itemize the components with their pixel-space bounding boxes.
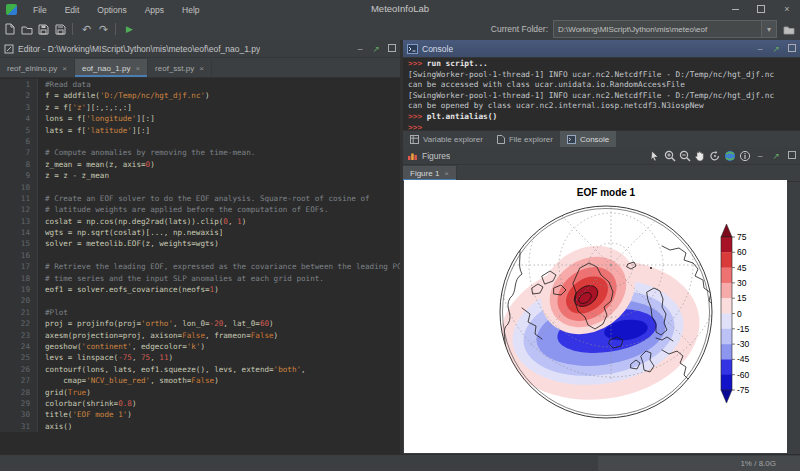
line-number: 28 [0,387,38,398]
code-line[interactable]: 16 [0,250,400,261]
figures-maximize-icon[interactable] [784,151,800,161]
console-line: >>> run script... [408,59,795,70]
line-number: 20 [0,295,38,306]
select-arrow-icon[interactable] [647,148,662,163]
figures-minimize-icon[interactable]: – [752,151,768,161]
line-number: 7 [0,147,38,158]
code-line[interactable]: 27 cmap='NCV_blue_red', smooth=False) [0,375,400,386]
figures-title: Figures [422,151,450,161]
figures-float-icon[interactable]: ↗ [768,151,784,161]
tab-file-explorer[interactable]: File explorer [490,131,560,147]
save-icon[interactable] [36,21,51,37]
console-output[interactable]: >>> run script...[SwingWorker-pool-1-thr… [403,57,800,135]
zoom-out-icon[interactable] [677,148,692,163]
tab-console[interactable]: Console [560,131,616,147]
editor-maximize-icon[interactable] [384,44,400,54]
menu-edit[interactable]: Edit [56,5,89,15]
code-line[interactable]: 11# Create an EOF solver to do the EOF a… [0,193,400,204]
rotate-icon[interactable] [707,148,722,163]
tab-figure-1[interactable]: Figure 1 × [403,166,457,181]
console-maximize-icon[interactable] [784,44,800,54]
console-title-bar: Console – ↗ [403,40,800,58]
figure-canvas[interactable]: EOF mode 1 [404,180,787,453]
variable-explorer-icon [410,135,419,144]
editor-minimize-icon[interactable]: – [352,44,368,54]
menu-apps[interactable]: Apps [136,5,173,15]
figures-title-bar: Figures – ↗ [403,147,800,165]
code-line[interactable]: 15solver = meteolib.EOF(z, weights=wgts) [0,238,400,249]
memory-indicator[interactable]: 1% / 8.0G [598,456,800,471]
svg-text:45: 45 [737,263,747,273]
code-line[interactable]: 25levs = linspace(-75, 75, 11) [0,352,400,363]
code-line[interactable]: 19eof1 = solver.eofs_covariance(neofs=1) [0,284,400,295]
editor-tab-reof_sst.py[interactable]: reof_sst.py× [148,59,212,77]
pan-hand-icon[interactable] [692,148,707,163]
svg-text:-30: -30 [737,339,750,349]
code-line[interactable]: 28grid(True) [0,387,400,398]
code-line[interactable]: 5lats = f['latitude'][:] [0,125,400,136]
save-as-icon[interactable] [53,21,68,37]
line-number: 2 [0,90,38,101]
editor-tab-reof_elnino.py[interactable]: reof_elnino.py× [0,59,75,77]
colorbar: 75604530150-15-30-45-60-75 [721,224,750,403]
code-line[interactable]: 2f = addfile('D:/Temp/nc/hgt_djf.nc') [0,90,400,101]
close-figure-tab-icon[interactable]: × [444,169,449,178]
tab-variable-explorer[interactable]: Variable explorer [403,131,490,147]
editor-tab-eof_nao_1.py[interactable]: eof_nao_1.py× [75,59,148,77]
code-line[interactable]: 29colorbar(shrink=0.8) [0,398,400,409]
console-line: [SwingWorker-pool-1-thread-1] INFO ucar.… [408,91,795,102]
code-line[interactable]: 26contourf(lons, lats, eof1.squeeze(), l… [0,364,400,375]
menu-file[interactable]: File [24,5,56,15]
code-line[interactable]: 30title('EOF mode 1') [0,409,400,420]
run-script-icon[interactable]: ▶ [122,21,137,37]
close-tab-icon[interactable]: × [199,64,204,73]
chevron-down-icon[interactable]: ▾ [761,21,776,37]
open-file-icon[interactable] [19,21,34,37]
code-line[interactable]: 4lons = f['longitude'][:] [0,113,400,124]
full-extent-globe-icon[interactable] [722,148,737,163]
code-line[interactable]: 8z_mean = mean(z, axis=0) [0,159,400,170]
code-line[interactable]: 13coslat = np.cos(np.deg2rad(lats)).clip… [0,216,400,227]
code-line[interactable]: 7# Compute anomalies by removing the tim… [0,147,400,158]
console-float-icon[interactable]: ↗ [768,44,784,54]
line-number: 27 [0,375,38,386]
code-line[interactable]: 24geoshow('continent', edgecolor='k') [0,341,400,352]
code-line[interactable]: 10 [0,182,400,193]
new-file-icon[interactable] [2,21,17,37]
zoom-in-icon[interactable] [662,148,677,163]
menu-help[interactable]: Help [173,5,208,15]
meteoinfolab-window: FileEditOptionsAppsHelp MeteoInfoLab × ↶… [0,0,800,471]
menu-bar: FileEditOptionsAppsHelp [0,0,800,18]
code-line[interactable]: 9z = z - z_mean [0,170,400,181]
window-close-button[interactable]: × [774,0,800,18]
code-line[interactable]: 17# Retrieve the leading EOF, expressed … [0,261,400,272]
code-line[interactable]: 14wgts = np.sqrt(coslat)[..., np.newaxis… [0,227,400,238]
undo-icon[interactable]: ↶ [79,21,94,37]
code-line[interactable]: 18# time series and the input SLP anomal… [0,273,400,284]
window-minimize-button[interactable] [722,0,748,18]
redo-icon[interactable]: ↷ [96,21,111,37]
close-tab-icon[interactable]: × [135,64,140,73]
line-number: 13 [0,216,38,227]
window-maximize-button[interactable] [748,0,774,18]
console-line: can be accessed with class ucar.unidata.… [408,80,795,91]
current-folder-combobox[interactable]: D:\Working\MIScript\Jython\mis\meteo\eof… [553,20,777,38]
code-line[interactable]: 3z = f['z'][:,:,:,:] [0,102,400,113]
editor-float-icon[interactable]: ↗ [368,44,384,54]
code-line[interactable]: 21#Plot [0,307,400,318]
console-minimize-icon[interactable]: – [752,44,768,54]
code-line[interactable]: 20 [0,295,400,306]
code-line[interactable]: 22proj = projinfo(proj='ortho', lon_0=-2… [0,318,400,329]
code-line[interactable]: 31axis() [0,421,400,432]
close-tab-icon[interactable]: × [62,64,67,73]
line-number: 19 [0,284,38,295]
svg-text:15: 15 [737,293,747,303]
code-line[interactable]: 12# latitude weights are applied before … [0,204,400,215]
identify-info-icon[interactable] [737,148,752,163]
code-editor[interactable]: 1#Read data2f = addfile('D:/Temp/nc/hgt_… [0,76,400,455]
browse-folder-icon[interactable] [781,21,796,37]
code-line[interactable]: 6 [0,136,400,147]
menu-options[interactable]: Options [88,5,135,15]
code-line[interactable]: 1#Read data [0,79,400,90]
code-line[interactable]: 23axesm(projection=proj, axison=False, f… [0,330,400,341]
